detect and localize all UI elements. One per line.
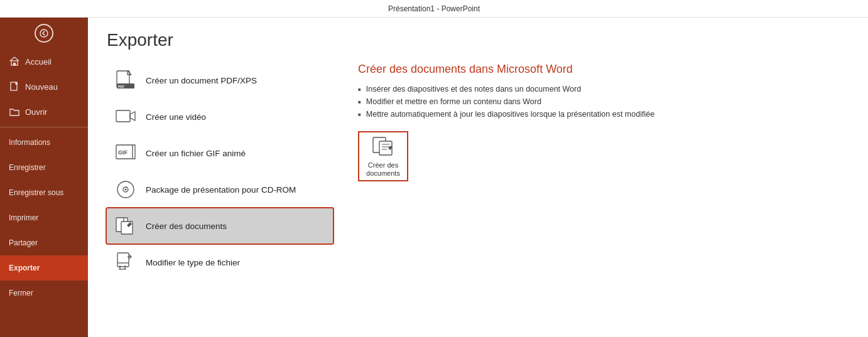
detail-bullet-2: Modifier et mettre en forme un contenu d… — [358, 97, 843, 106]
svg-text:PDF: PDF — [118, 85, 124, 88]
sidebar-label-enregistrer: Enregistrer — [9, 163, 46, 172]
back-circle-icon — [35, 24, 53, 43]
docs-icon — [114, 215, 137, 237]
video-icon — [114, 105, 137, 128]
export-option-cdrom[interactable]: Package de présentation pour CD-ROM — [107, 172, 333, 207]
create-documents-icon — [372, 135, 394, 158]
svg-text:GIF: GIF — [118, 149, 128, 156]
sidebar-item-accueil[interactable]: Accueil — [0, 49, 88, 74]
app-body: Accueil Nouveau — [0, 18, 868, 337]
create-documents-button[interactable]: Créer des documents — [358, 131, 408, 181]
sidebar-nav: Accueil Nouveau — [0, 49, 88, 306]
sidebar-label-partager: Partager — [9, 238, 38, 247]
sidebar-item-exporter[interactable]: Exporter — [0, 255, 88, 281]
title-bar: Présentation1 - PowerPoint — [0, 0, 868, 18]
sidebar-divider-1 — [0, 127, 88, 127]
pdf-icon: PDF — [114, 69, 137, 92]
export-options-list: PDF Créer un document PDF/XPS Créer une … — [107, 63, 333, 324]
sidebar: Accueil Nouveau — [0, 18, 88, 337]
export-option-label-gif: Créer un fichier GIF animé — [146, 149, 246, 158]
export-option-label-pdf: Créer un document PDF/XPS — [146, 76, 257, 85]
sidebar-label-informations: Informations — [9, 138, 50, 147]
export-option-video[interactable]: Créer une vidéo — [107, 99, 333, 134]
sidebar-item-imprimer[interactable]: Imprimer — [0, 205, 88, 230]
detail-title: Créer des documents dans Microsoft Word — [358, 63, 843, 76]
export-option-label-video: Créer une vidéo — [146, 112, 206, 122]
sidebar-item-informations[interactable]: Informations — [0, 130, 88, 155]
new-icon — [9, 81, 20, 92]
sidebar-label-exporter: Exporter — [9, 264, 40, 272]
gif-icon: GIF — [114, 142, 137, 164]
export-option-gif[interactable]: GIF Créer un fichier GIF animé — [107, 136, 333, 171]
detail-bullet-3: Mettre automatiquement à jour les diapos… — [358, 110, 843, 119]
detail-bullet-1: Insérer des diapositives et des notes da… — [358, 85, 843, 94]
back-button[interactable] — [0, 18, 88, 49]
sidebar-item-enregistrer-sous[interactable]: Enregistrer sous — [0, 180, 88, 205]
svg-rect-19 — [382, 146, 389, 147]
sidebar-label-ouvrir: Ouvrir — [25, 107, 47, 117]
sidebar-item-ouvrir[interactable]: Ouvrir — [0, 99, 88, 124]
export-option-label-filetype: Modifier le type de fichier — [146, 258, 240, 267]
export-option-pdf[interactable]: PDF Créer un document PDF/XPS — [107, 63, 333, 98]
sidebar-label-enregistrer-sous: Enregistrer sous — [9, 188, 63, 197]
sidebar-label-fermer: Fermer — [9, 289, 33, 297]
cdrom-icon — [114, 178, 137, 201]
create-documents-button-label: Créer des documents — [366, 161, 400, 178]
home-icon — [9, 56, 20, 67]
sidebar-item-fermer[interactable]: Fermer — [0, 281, 88, 306]
svg-point-0 — [40, 29, 48, 37]
export-layout: PDF Créer un document PDF/XPS Créer une … — [107, 63, 849, 324]
svg-rect-15 — [117, 253, 129, 267]
filetype-icon — [114, 251, 137, 274]
sidebar-item-nouveau[interactable]: Nouveau — [0, 74, 88, 99]
detail-bullets: Insérer des diapositives et des notes da… — [358, 85, 843, 119]
sidebar-item-enregistrer[interactable]: Enregistrer — [0, 155, 88, 180]
svg-rect-7 — [116, 110, 130, 122]
sidebar-item-partager[interactable]: Partager — [0, 230, 88, 255]
open-icon — [9, 106, 20, 117]
sidebar-label-nouveau: Nouveau — [25, 82, 58, 92]
page-title: Exporter — [107, 30, 849, 50]
export-detail-panel: Créer des documents dans Microsoft Word … — [352, 63, 849, 324]
sidebar-label-accueil: Accueil — [25, 57, 52, 67]
svg-rect-18 — [382, 144, 389, 145]
sidebar-label-imprimer: Imprimer — [9, 213, 38, 222]
svg-rect-2 — [13, 63, 16, 65]
content-area: Exporter PDF Créer un docume — [88, 18, 868, 337]
title-bar-text: Présentation1 - PowerPoint — [388, 4, 480, 13]
export-option-documents[interactable]: Créer des documents — [107, 208, 333, 243]
export-option-label-documents: Créer des documents — [146, 222, 227, 231]
svg-rect-20 — [382, 149, 387, 150]
export-option-filetype[interactable]: Modifier le type de fichier — [107, 245, 333, 280]
svg-point-12 — [125, 189, 127, 191]
export-option-label-cdrom: Package de présentation pour CD-ROM — [146, 185, 296, 195]
